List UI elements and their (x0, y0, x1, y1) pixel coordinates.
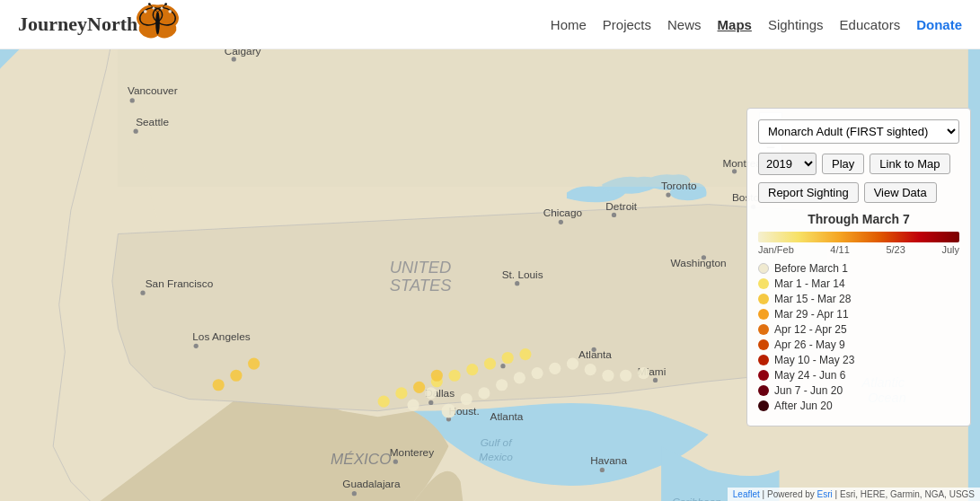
nav: Home Projects News Maps Sightings Educat… (551, 17, 962, 32)
legend-dot (758, 370, 769, 381)
svg-text:Calgary: Calgary (225, 49, 261, 57)
color-label-may: 5/23 (886, 244, 905, 255)
legend-dot (758, 400, 769, 411)
attribution: Leaflet | Powered by Esri | Esri, HERE, … (728, 488, 980, 501)
legend-dot (758, 309, 769, 320)
svg-point-95 (431, 370, 443, 382)
svg-text:Toronto: Toronto (661, 180, 697, 192)
svg-text:Havana: Havana (590, 454, 627, 467)
header: JourneyNorth Home Projec (0, 0, 980, 49)
svg-point-34 (428, 400, 433, 405)
control-panel: Monarch Adult (FIRST sighted) 2019 Play … (746, 108, 971, 426)
legend-label: Mar 15 - Mar 28 (774, 293, 851, 305)
svg-point-60 (515, 281, 519, 286)
svg-text:Monterey: Monterey (390, 446, 434, 459)
svg-point-12 (169, 10, 172, 13)
svg-text:Chicago: Chicago (543, 207, 583, 219)
view-data-button[interactable]: View Data (864, 182, 937, 203)
attribution-rest: | Esri, HERE, Garmin, NGA, USGS (835, 489, 975, 499)
legend-item: Mar 1 - Mar 14 (758, 277, 959, 290)
link-to-map-button[interactable]: Link to Map (870, 154, 949, 174)
svg-text:Atlanta: Atlanta (490, 410, 524, 423)
legend-label: May 24 - Jun 6 (774, 369, 845, 382)
legend-label: Before March 1 (774, 262, 848, 275)
legend-label: After Jun 20 (774, 400, 833, 412)
legend-dot (758, 339, 769, 350)
svg-point-75 (407, 400, 419, 411)
svg-point-64 (600, 468, 605, 472)
legend-label: Mar 1 - Mar 14 (774, 277, 845, 290)
legend-dot (758, 355, 769, 365)
color-bar-labels: Jan/Feb 4/11 5/23 July (758, 244, 959, 255)
legend-dot (758, 263, 769, 274)
nav-donate[interactable]: Donate (916, 17, 962, 32)
svg-point-78 (514, 372, 525, 383)
esri-link[interactable]: Esri (817, 489, 833, 499)
svg-point-88 (466, 364, 478, 375)
legend-dot (758, 324, 769, 335)
legend-label: Apr 12 - Apr 25 (774, 323, 847, 336)
legend-item: May 24 - Jun 6 (758, 369, 959, 382)
attribution-text: | Powered by (763, 489, 815, 499)
svg-point-38 (393, 460, 398, 464)
legend-label: Apr 26 - May 9 (774, 338, 845, 351)
legend-label: Jun 7 - Jun 20 (774, 384, 843, 397)
nav-news[interactable]: News (667, 17, 702, 32)
legend-item: Apr 12 - Apr 25 (758, 323, 959, 336)
svg-point-11 (144, 10, 147, 13)
svg-text:Vancouver: Vancouver (128, 84, 178, 97)
svg-point-94 (413, 382, 425, 393)
play-button[interactable]: Play (822, 154, 864, 174)
svg-point-6 (155, 11, 160, 34)
legend-dot (758, 278, 769, 289)
legend-label: May 10 - May 23 (774, 354, 854, 366)
svg-point-92 (395, 387, 407, 399)
svg-point-81 (567, 358, 578, 370)
legend-item: After Jun 20 (758, 400, 959, 412)
color-label-apr: 4/11 (830, 244, 849, 255)
nav-home[interactable]: Home (551, 17, 587, 32)
svg-point-46 (592, 347, 596, 352)
svg-point-14 (161, 6, 163, 9)
nav-projects[interactable]: Projects (603, 17, 651, 32)
butterfly-icon (133, 0, 182, 49)
svg-text:Detroit: Detroit (605, 200, 638, 213)
color-label-jan: Jan/Feb (758, 244, 794, 255)
svg-point-58 (702, 255, 706, 259)
svg-text:Guadalajara: Guadalajara (342, 478, 401, 490)
svg-point-62 (653, 378, 658, 382)
svg-point-89 (484, 358, 496, 370)
svg-point-91 (519, 348, 531, 360)
svg-point-74 (461, 393, 472, 405)
svg-text:Washington: Washington (671, 257, 727, 269)
nav-sightings[interactable]: Sightings (768, 17, 824, 32)
leaflet-link[interactable]: Leaflet (733, 489, 760, 499)
svg-point-40 (352, 491, 357, 496)
svg-point-84 (620, 370, 631, 382)
controls-row: 2019 Play Link to Map (758, 153, 959, 175)
svg-text:San Francisco: San Francisco (146, 277, 214, 290)
svg-point-54 (732, 169, 737, 173)
svg-text:Seattle: Seattle (136, 116, 169, 128)
svg-point-83 (602, 370, 614, 382)
svg-point-50 (612, 213, 616, 217)
nav-educators[interactable]: Educators (840, 17, 901, 32)
legend-dot (758, 385, 769, 396)
svg-point-72 (442, 404, 456, 418)
map-container[interactable]: Atlantic Ocean Gulf of Mexico Caribbean … (0, 49, 980, 501)
svg-point-97 (230, 370, 242, 382)
svg-text:UNITED: UNITED (390, 258, 451, 277)
svg-point-87 (448, 370, 460, 382)
report-sighting-button[interactable]: Report Sighting (758, 182, 859, 203)
legend-item: Mar 29 - Apr 11 (758, 308, 959, 321)
nav-maps[interactable]: Maps (718, 17, 752, 32)
species-select[interactable]: Monarch Adult (FIRST sighted) (758, 119, 959, 144)
svg-point-93 (378, 396, 390, 408)
svg-point-73 (425, 387, 437, 399)
svg-point-76 (478, 387, 490, 399)
svg-point-98 (213, 379, 225, 391)
year-select[interactable]: 2019 (758, 153, 817, 175)
svg-text:Mexico: Mexico (479, 451, 513, 463)
svg-point-32 (194, 344, 199, 348)
logo-text[interactable]: JourneyNorth (18, 13, 137, 36)
